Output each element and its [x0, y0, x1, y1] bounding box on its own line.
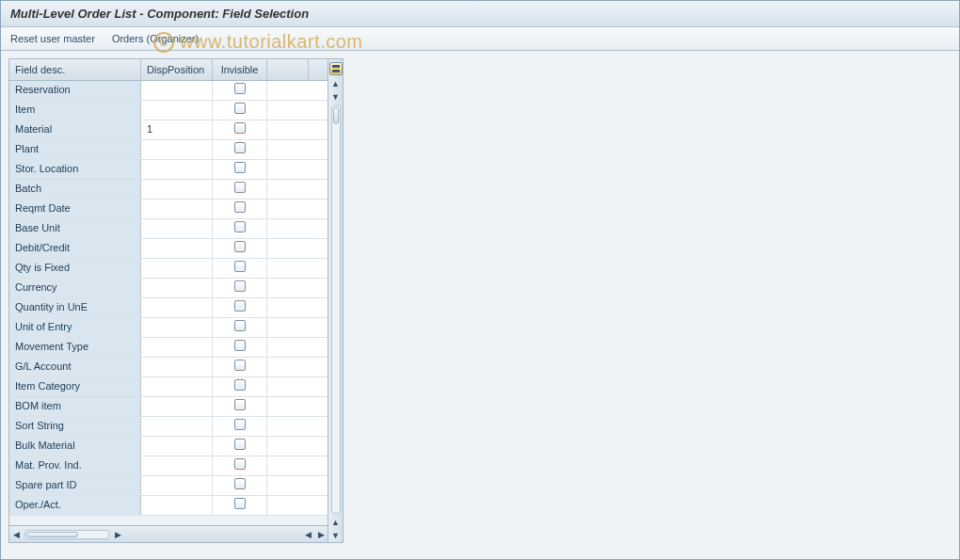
invisible-cell[interactable] [213, 397, 267, 416]
scroll-down-end-icon[interactable]: ▼ [329, 529, 343, 542]
disp-position-cell[interactable] [141, 239, 213, 258]
invisible-checkbox[interactable] [234, 83, 246, 94]
disp-position-cell[interactable] [141, 101, 213, 120]
disp-position-cell[interactable] [141, 81, 213, 100]
invisible-cell[interactable] [213, 437, 267, 456]
invisible-cell[interactable] [213, 259, 267, 278]
table-row[interactable]: Base Unit [9, 219, 328, 239]
scroll-right-icon[interactable]: ▶ [111, 528, 124, 541]
invisible-checkbox[interactable] [234, 182, 246, 193]
invisible-cell[interactable] [213, 180, 267, 199]
invisible-checkbox[interactable] [234, 399, 246, 410]
disp-position-cell[interactable] [141, 476, 213, 495]
scroll-left-end-icon[interactable]: ◀ [301, 528, 314, 541]
invisible-cell[interactable] [213, 456, 267, 475]
disp-position-cell[interactable] [141, 160, 213, 179]
table-row[interactable]: Debit/Credit [9, 239, 328, 259]
disp-position-cell[interactable] [141, 397, 213, 416]
invisible-checkbox[interactable] [234, 261, 246, 272]
invisible-cell[interactable] [213, 120, 267, 139]
table-row[interactable]: Oper./Act. [9, 496, 328, 516]
disp-position-cell[interactable] [141, 358, 213, 376]
invisible-checkbox[interactable] [234, 280, 246, 292]
vscroll-track[interactable] [331, 105, 341, 514]
disp-position-cell[interactable] [141, 456, 213, 475]
disp-position-cell[interactable] [141, 200, 213, 218]
vscroll-thumb[interactable] [333, 107, 339, 124]
orders-organizer-button[interactable]: Orders (Organizer) [112, 33, 199, 44]
invisible-checkbox[interactable] [234, 201, 246, 213]
table-row[interactable]: Spare part ID [9, 476, 328, 496]
invisible-checkbox[interactable] [234, 360, 246, 371]
table-row[interactable]: Movement Type [9, 338, 328, 358]
invisible-checkbox[interactable] [234, 498, 246, 509]
invisible-checkbox[interactable] [234, 320, 246, 331]
table-row[interactable]: Stor. Location [9, 160, 328, 180]
invisible-checkbox[interactable] [234, 478, 246, 489]
table-row[interactable]: Bulk Material [9, 437, 328, 456]
invisible-checkbox[interactable] [234, 379, 246, 391]
table-row[interactable]: Plant [9, 140, 328, 160]
table-row[interactable]: G/L Account [9, 358, 328, 377]
invisible-checkbox[interactable] [234, 419, 246, 430]
invisible-checkbox[interactable] [234, 221, 246, 232]
disp-position-cell[interactable] [141, 140, 213, 159]
column-header-disp-position[interactable]: DispPosition [141, 59, 213, 80]
invisible-cell[interactable] [213, 358, 267, 376]
invisible-cell[interactable] [213, 140, 267, 159]
disp-position-cell[interactable] [141, 437, 213, 456]
invisible-cell[interactable] [213, 81, 267, 100]
invisible-cell[interactable] [213, 377, 267, 396]
disp-position-cell[interactable] [141, 318, 213, 337]
table-row[interactable]: Reservation [9, 81, 328, 101]
invisible-checkbox[interactable] [234, 300, 246, 312]
table-row[interactable]: Unit of Entry [9, 318, 328, 338]
reset-user-master-button[interactable]: Reset user master [10, 33, 95, 44]
disp-position-cell[interactable] [141, 377, 213, 396]
invisible-checkbox[interactable] [234, 241, 246, 252]
invisible-cell[interactable] [213, 476, 267, 495]
disp-position-cell[interactable] [141, 298, 213, 317]
invisible-cell[interactable] [213, 338, 267, 357]
invisible-checkbox[interactable] [234, 340, 246, 351]
invisible-cell[interactable] [213, 239, 267, 258]
scroll-up-end-icon[interactable]: ▲ [329, 516, 343, 529]
table-row[interactable]: Batch [9, 180, 328, 200]
disp-position-cell[interactable] [141, 219, 213, 238]
invisible-checkbox[interactable] [234, 439, 246, 450]
table-row[interactable]: Item Category [9, 377, 328, 397]
table-row[interactable]: Currency [9, 279, 328, 298]
invisible-cell[interactable] [213, 318, 267, 337]
disp-position-cell[interactable] [141, 417, 213, 436]
invisible-cell[interactable] [213, 298, 267, 317]
table-row[interactable]: Reqmt Date [9, 200, 328, 219]
invisible-cell[interactable] [213, 200, 267, 218]
disp-position-cell[interactable] [141, 338, 213, 357]
invisible-cell[interactable] [213, 219, 267, 238]
invisible-cell[interactable] [213, 101, 267, 120]
scroll-left-icon[interactable]: ◀ [9, 528, 23, 541]
invisible-cell[interactable] [213, 279, 267, 297]
table-row[interactable]: Sort String [9, 417, 328, 437]
table-row[interactable]: BOM item [9, 397, 328, 417]
hscroll-track[interactable] [24, 530, 109, 539]
scroll-right-end-icon[interactable]: ▶ [314, 528, 328, 541]
column-header-field-desc[interactable]: Field desc. [9, 59, 141, 80]
disp-position-cell[interactable] [141, 180, 213, 199]
table-row[interactable]: Item [9, 101, 328, 120]
invisible-checkbox[interactable] [234, 103, 246, 114]
column-header-invisible[interactable]: Invisible [213, 59, 267, 80]
table-row[interactable]: Qty is Fixed [9, 259, 328, 279]
invisible-checkbox[interactable] [234, 122, 246, 134]
invisible-cell[interactable] [213, 160, 267, 179]
invisible-checkbox[interactable] [234, 162, 246, 173]
disp-position-cell[interactable]: 1 [141, 120, 213, 139]
disp-position-cell[interactable] [141, 496, 213, 515]
invisible-checkbox[interactable] [234, 458, 246, 470]
table-row[interactable]: Material1 [9, 120, 328, 140]
hscroll-thumb[interactable] [26, 532, 78, 537]
invisible-checkbox[interactable] [234, 142, 246, 153]
grid-configure-icon[interactable] [329, 62, 343, 75]
invisible-cell[interactable] [213, 417, 267, 436]
disp-position-cell[interactable] [141, 279, 213, 297]
